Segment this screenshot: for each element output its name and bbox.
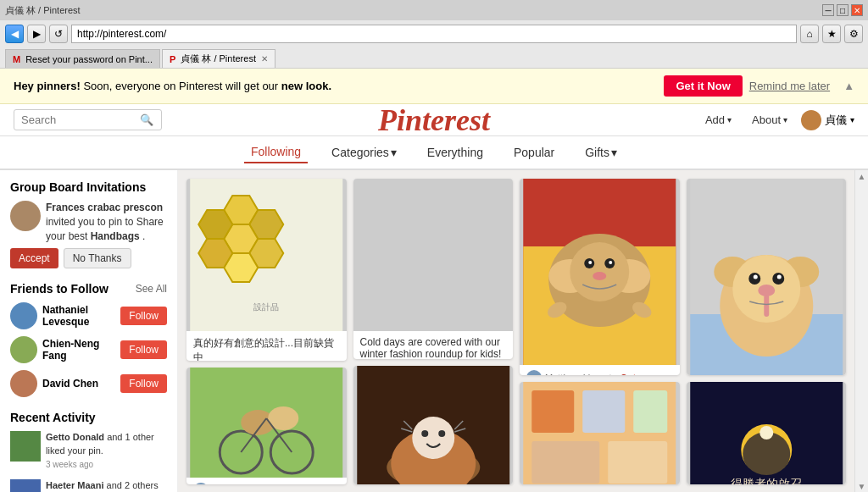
activity-thumb-0 bbox=[10, 431, 41, 462]
friend-item-1: Chien-Neng Fang Follow bbox=[10, 336, 167, 363]
nav-bar: ◀ ▶ ↺ ⌂ ★ ⚙ bbox=[0, 20, 868, 47]
pin-card-hex[interactable]: 設計品 真的好有創意的設計...目前缺貨中 貞儀 林 onto Products… bbox=[186, 179, 347, 361]
pin-image-dogs-bike bbox=[186, 368, 347, 478]
pin-card-fabric2[interactable] bbox=[520, 382, 680, 484]
title-bar: 貞儀 林 / Pinterest ─ □ ✕ bbox=[0, 0, 868, 20]
tab-following[interactable]: Following bbox=[244, 141, 308, 163]
svg-point-54 bbox=[776, 275, 781, 279]
hex-pattern-svg: 設計品 bbox=[186, 179, 347, 331]
pin-image-fabric2 bbox=[520, 382, 680, 484]
forward-button[interactable]: ▶ bbox=[27, 25, 46, 43]
about-button[interactable]: About ▾ bbox=[745, 110, 794, 130]
address-bar[interactable] bbox=[71, 25, 797, 43]
bookmark-button[interactable]: ★ bbox=[822, 25, 841, 43]
group-board-section: Group Board Invitations Frances crabac p… bbox=[10, 180, 167, 268]
activity-text-1: Haeter Maani and 2 others started follow… bbox=[46, 479, 167, 492]
home-button[interactable]: ⌂ bbox=[800, 25, 819, 43]
invitation-buttons: Accept No Thanks bbox=[10, 248, 167, 268]
activity-text-0: Getto Donald and 1 other liked your pin.… bbox=[46, 431, 167, 471]
follow-button-2[interactable]: Follow bbox=[120, 374, 167, 393]
dogs-bike-svg bbox=[186, 368, 347, 478]
inviter-row: Frances crabac prescon invited you to pi… bbox=[10, 201, 167, 243]
scroll-up-icon[interactable]: ▲ bbox=[858, 172, 866, 181]
search-icon: 🔍 bbox=[140, 113, 153, 126]
tab-pinterest[interactable]: P 貞儀 林 / Pinterest ✕ bbox=[162, 49, 275, 68]
svg-rect-42 bbox=[633, 390, 667, 433]
pin-card-hamster[interactable]: Matthew Liu onto Cute bbox=[520, 179, 680, 375]
svg-point-36 bbox=[593, 272, 606, 280]
pin-card-coffee-cat[interactable] bbox=[353, 366, 514, 485]
main-content: Group Board Invitations Frances crabac p… bbox=[0, 170, 868, 492]
hamster-svg bbox=[520, 179, 680, 365]
friend-name-1: Chien-Neng Fang bbox=[42, 338, 115, 362]
friend-name-2: David Chen bbox=[42, 378, 115, 390]
pin-column-2: Matthew Liu onto Cute bbox=[520, 179, 680, 484]
categories-chevron-icon: ▾ bbox=[391, 146, 397, 159]
svg-point-20 bbox=[421, 430, 428, 437]
pin-card-dogs-bike[interactable]: Matthew Liu onto Cute bbox=[186, 368, 347, 484]
get-it-now-button[interactable]: Get it Now bbox=[664, 75, 742, 97]
maximize-button[interactable]: □ bbox=[837, 4, 849, 16]
follow-button-1[interactable]: Follow bbox=[120, 340, 167, 359]
tabs-bar: M Reset your password on Pint... P 貞儀 林 … bbox=[0, 47, 868, 68]
add-button[interactable]: Add ▾ bbox=[698, 110, 738, 130]
friends-title: Friends to Follow bbox=[10, 282, 108, 296]
no-thanks-button[interactable]: No Thanks bbox=[64, 248, 131, 268]
follow-button-0[interactable]: Follow bbox=[120, 307, 167, 325]
tab-close-icon[interactable]: ✕ bbox=[261, 54, 268, 64]
recent-activity-section: Recent Activity Getto Donald and 1 other… bbox=[10, 411, 167, 492]
gifts-label: Gifts bbox=[585, 146, 609, 159]
minimize-button[interactable]: ─ bbox=[822, 4, 834, 16]
scroll-down-icon[interactable]: ▼ bbox=[858, 482, 866, 491]
accept-button[interactable]: Accept bbox=[10, 248, 58, 268]
svg-rect-43 bbox=[531, 441, 599, 484]
refresh-button[interactable]: ↺ bbox=[49, 25, 68, 43]
pin-card-fabric[interactable]: Cold days are covered with our winter fa… bbox=[353, 179, 514, 359]
header-logo: Pinterest bbox=[378, 102, 490, 138]
pin-card-dog[interactable]: Matthew Liu onto Cute bbox=[687, 179, 847, 375]
friends-header: Friends to Follow See All bbox=[10, 282, 167, 296]
friend-item-2: David Chen Follow bbox=[10, 370, 167, 397]
friend-item-0: Nathaniel Levesque Follow bbox=[10, 302, 167, 329]
activity-item-0: Getto Donald and 1 other liked your pin.… bbox=[10, 431, 167, 471]
pinterest-logo: Pinterest bbox=[378, 103, 490, 137]
username-label: 貞儀 bbox=[825, 113, 847, 128]
pin-board-hamster: Cute bbox=[620, 373, 641, 375]
banner-scroll-up[interactable]: ▲ bbox=[843, 80, 854, 92]
about-chevron-icon: ▾ bbox=[783, 115, 787, 124]
remind-later-link[interactable]: Remind me later bbox=[749, 80, 830, 92]
pin-image-hex: 設計品 bbox=[186, 179, 347, 331]
banner-bold: Hey pinners! bbox=[14, 80, 81, 92]
settings-button[interactable]: ⚙ bbox=[844, 25, 863, 43]
coffee-cat-svg bbox=[353, 366, 514, 485]
tab-gifts[interactable]: Gifts ▾ bbox=[578, 142, 624, 163]
svg-point-21 bbox=[438, 430, 445, 437]
tab-everything[interactable]: Everything bbox=[420, 142, 490, 163]
pin-onto-label4: onto bbox=[598, 373, 616, 375]
search-box[interactable]: 🔍 bbox=[14, 109, 162, 130]
title-bar-left: 貞儀 林 / Pinterest bbox=[5, 4, 81, 17]
friend-avatar-0 bbox=[10, 302, 37, 329]
svg-marker-4 bbox=[198, 210, 232, 239]
activity-thumb-1 bbox=[10, 479, 41, 492]
pin-attr-avatar-dogs-bike bbox=[193, 483, 209, 484]
inviter-avatar bbox=[10, 201, 41, 231]
tab-categories[interactable]: Categories ▾ bbox=[325, 142, 403, 163]
sidebar: Group Board Invitations Frances crabac p… bbox=[0, 170, 178, 492]
user-menu[interactable]: 貞儀 ▾ bbox=[801, 110, 854, 130]
back-button[interactable]: ◀ bbox=[5, 25, 24, 43]
tab-gmail[interactable]: M Reset your password on Pint... bbox=[5, 49, 160, 68]
gifts-chevron-icon: ▾ bbox=[611, 146, 617, 159]
tab-pinterest-label: 貞儀 林 / Pinterest bbox=[181, 53, 256, 65]
close-button[interactable]: ✕ bbox=[851, 4, 863, 16]
right-scrollbar[interactable]: ▲ ▼ bbox=[854, 170, 868, 492]
see-all-link[interactable]: See All bbox=[136, 283, 167, 295]
search-input[interactable] bbox=[21, 113, 140, 126]
pin-card-space[interactable]: 得勝者的啟召 2013/4/16 bbox=[687, 382, 847, 484]
tab-popular[interactable]: Popular bbox=[507, 142, 561, 163]
add-label: Add bbox=[705, 113, 725, 126]
gmail-icon: M bbox=[13, 54, 20, 64]
inviter-text: Frances crabac prescon invited you to pi… bbox=[46, 201, 167, 243]
activity-time-0: 3 weeks ago bbox=[46, 459, 167, 471]
pin-attr-avatar-hamster bbox=[526, 370, 542, 375]
